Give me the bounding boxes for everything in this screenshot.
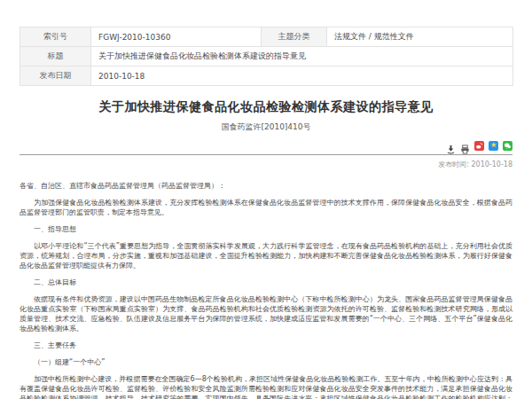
index-value: FGWJ-2010-10360: [91, 27, 262, 47]
title-label: 标题: [20, 47, 91, 66]
title-value: 关于加快推进保健食品化妆品检验检测体系建设的指导意见: [91, 47, 513, 66]
download-icon[interactable]: [446, 141, 456, 151]
category-value: 法规文件 / 规范性文件: [327, 27, 513, 47]
share-weibo-icon[interactable]: [474, 141, 484, 151]
section-heading: （一）组建“一个中心”: [20, 357, 512, 367]
section-heading: 二、总体目标: [20, 278, 512, 287]
table-row: 索引号 FGWJ-2010-10360 主题分类 法规文件 / 规范性文件: [20, 27, 513, 47]
page-title: 关于加快推进保健食品化妆品检验检测体系建设的指导意见: [20, 99, 512, 115]
table-row: 标题 关于加快推进保健食品化妆品检验检测体系建设的指导意见: [20, 47, 513, 66]
publish-time-value: 2010-10-18: [472, 160, 513, 168]
paragraph: 加强中检所检测中心建设，并根据需要在全国确定6—8个检验机构，承担区域性保健食品…: [20, 374, 512, 399]
document-body: 各省、自治区、直辖市食品药品监督管理局（药品监督管理局）：为加强保健食品化妆品检…: [20, 181, 512, 399]
divider: [20, 154, 512, 155]
publish-time-label: 发布时间:: [438, 160, 469, 168]
date-label: 发布日期: [20, 66, 91, 86]
share-qzone-icon[interactable]: ★: [489, 141, 498, 151]
paragraph: 为加强保健食品化妆品检验检测体系建设，充分发挥检验检测体系在保健食品化妆品监督管…: [20, 198, 512, 217]
print-icon[interactable]: [460, 141, 470, 151]
paragraph: 各省、自治区、直辖市食品药品监督管理局（药品监督管理局）：: [20, 181, 512, 191]
share-wechat-icon[interactable]: [503, 141, 512, 151]
category-label: 主题分类: [262, 27, 327, 47]
doc-number: 国食药监许[2010]410号: [20, 121, 512, 133]
metadata-table: 索引号 FGWJ-2010-10360 主题分类 法规文件 / 规范性文件 标题…: [20, 27, 513, 86]
date-value: 2010-10-18: [91, 66, 513, 86]
index-label: 索引号: [20, 27, 91, 47]
toolbar: ★: [20, 140, 512, 151]
paragraph: 依据现有条件和优势资源，建设以中国药品生物制品检定所食品化妆品检验检测中心（下称…: [20, 294, 512, 333]
document-page: 索引号 FGWJ-2010-10360 主题分类 法规文件 / 规范性文件 标题…: [0, 0, 532, 399]
section-heading: 一、指导思想: [20, 224, 512, 234]
section-heading: 三、主要任务: [20, 340, 512, 350]
table-row: 发布日期 2010-10-18: [20, 66, 513, 86]
paragraph: 以邓小平理论和“三个代表”重要思想为指导，全面贯彻落实科学发展观，大力践行科学监…: [20, 241, 512, 270]
publish-time: 发布时间: 2010-10-18: [20, 160, 512, 169]
